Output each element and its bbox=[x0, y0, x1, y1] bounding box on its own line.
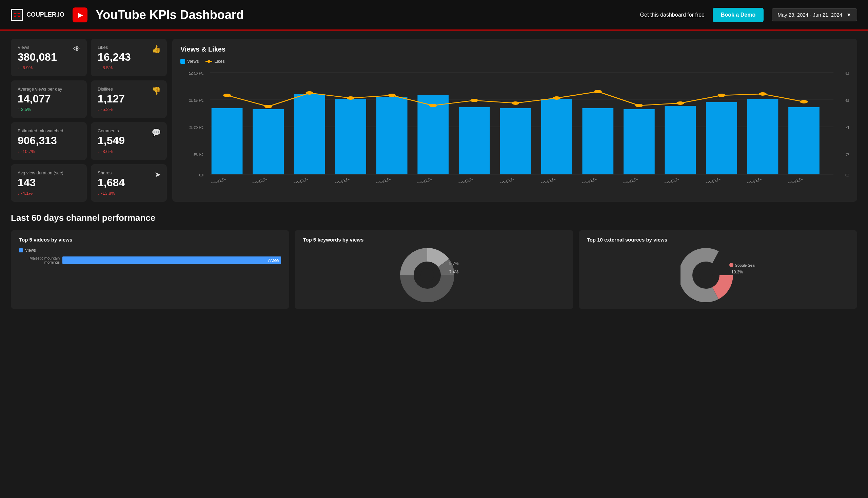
date-range-picker[interactable]: May 23, 2024 - Jun 21, 2024 ▼ bbox=[772, 8, 857, 21]
main-content: Views 380,081 ↓ -6.9% 👁 Likes 16,243 ↓ -… bbox=[0, 30, 868, 317]
svg-point-70 bbox=[699, 268, 713, 282]
kpi-change-views: ↓ -6.9% bbox=[18, 65, 80, 70]
bar-row-1: Majestic mountainmornings 77,555 bbox=[19, 256, 281, 264]
svg-text:Google Search: Google Search bbox=[735, 263, 755, 267]
svg-text:May 31, 2024: May 31, 2024 bbox=[351, 178, 393, 183]
header-right: Get this dashboard for free Book a Demo … bbox=[640, 8, 857, 22]
svg-text:Jun 4, 2024: Jun 4, 2024 bbox=[439, 178, 476, 183]
kpi-card-views: Views 380,081 ↓ -6.9% 👁 bbox=[11, 39, 87, 76]
date-range-label: May 23, 2024 - Jun 21, 2024 bbox=[777, 12, 842, 18]
kpi-value-shares: 1,684 bbox=[98, 177, 160, 188]
svg-point-65 bbox=[420, 268, 434, 282]
youtube-play-icon bbox=[72, 8, 88, 22]
svg-rect-20 bbox=[376, 97, 408, 174]
kpi-label-avg-duration: Avg view duration (sec) bbox=[18, 170, 80, 175]
top-keywords-card: Top 5 keywords by views 9.7% 7.4% bbox=[295, 230, 573, 309]
bar-label-1: Majestic mountainmornings bbox=[19, 256, 60, 264]
kpi-change-avg-views: ↑ 3.5% bbox=[18, 107, 80, 112]
svg-point-35 bbox=[388, 94, 396, 97]
svg-point-42 bbox=[677, 102, 684, 105]
svg-text:9.7%: 9.7% bbox=[449, 261, 459, 266]
svg-text:May 23, 2024: May 23, 2024 bbox=[186, 178, 228, 183]
svg-text:800: 800 bbox=[845, 71, 849, 75]
svg-point-33 bbox=[306, 91, 313, 95]
svg-point-37 bbox=[470, 99, 478, 102]
svg-text:Jun 12, 2024: Jun 12, 2024 bbox=[600, 178, 640, 183]
coupler-icon bbox=[11, 9, 23, 21]
svg-text:15K: 15K bbox=[188, 99, 204, 103]
kpi-icon-shares: ➤ bbox=[155, 170, 161, 179]
legend-likes: Likes bbox=[205, 59, 225, 64]
svg-rect-23 bbox=[500, 108, 531, 174]
svg-text:0: 0 bbox=[845, 173, 849, 177]
kpi-card-avg-views: Average views per day 14,077 ↑ 3.5% bbox=[11, 80, 87, 118]
svg-point-36 bbox=[429, 104, 437, 107]
kpi-change-dislikes: ↓ -5.2% bbox=[98, 107, 160, 112]
kpi-label-comments: Comments bbox=[98, 128, 160, 133]
top-keywords-pie: 9.7% 7.4% bbox=[303, 248, 565, 302]
svg-point-71 bbox=[729, 263, 733, 267]
views-likes-svg: 20K 15K 10K 5K 0 800 600 400 200 0 bbox=[181, 68, 849, 183]
legend-likes-dot bbox=[208, 60, 210, 63]
svg-point-34 bbox=[347, 96, 355, 100]
svg-point-32 bbox=[265, 105, 272, 108]
top-videos-title: Top 5 videos by views bbox=[19, 237, 281, 243]
legend-views: Views bbox=[181, 59, 199, 64]
svg-text:Jun 10, 2024: Jun 10, 2024 bbox=[559, 178, 599, 183]
chart-legend: Views Likes bbox=[181, 59, 849, 64]
svg-text:Jun 18, 2024: Jun 18, 2024 bbox=[724, 178, 764, 183]
views-likes-svg-container: 20K 15K 10K 5K 0 800 600 400 200 0 bbox=[181, 68, 849, 183]
svg-rect-22 bbox=[459, 107, 490, 174]
svg-rect-16 bbox=[212, 108, 243, 174]
svg-point-45 bbox=[800, 100, 808, 104]
kpi-card-dislikes: Dislikes 1,127 ↓ -5.2% 👎 bbox=[91, 80, 167, 118]
bar-fill-1: 77,555 bbox=[62, 257, 281, 264]
get-dashboard-link[interactable]: Get this dashboard for free bbox=[640, 12, 705, 18]
top-keywords-title: Top 5 keywords by views bbox=[303, 237, 565, 243]
page-title: YouTube KPIs Dashboard bbox=[96, 8, 244, 22]
svg-text:Jun 2, 2024: Jun 2, 2024 bbox=[397, 178, 434, 183]
kpi-change-comments: ↓ -3.6% bbox=[98, 149, 160, 154]
kpi-label-est-min: Estimated min watched bbox=[18, 128, 80, 133]
svg-text:5K: 5K bbox=[193, 153, 204, 157]
logo-area: COUPLER.IO bbox=[11, 9, 64, 21]
top-videos-card: Top 5 videos by views Views Majestic mou… bbox=[11, 230, 289, 309]
svg-point-44 bbox=[759, 92, 766, 96]
svg-rect-19 bbox=[335, 99, 366, 174]
section-title: Last 60 days channel performance bbox=[11, 213, 857, 223]
kpi-value-views: 380,081 bbox=[18, 51, 80, 63]
svg-rect-26 bbox=[624, 109, 655, 174]
bar-legend-box bbox=[19, 248, 23, 252]
svg-rect-28 bbox=[706, 102, 737, 174]
svg-rect-0 bbox=[12, 10, 22, 20]
svg-rect-18 bbox=[294, 94, 325, 174]
top-sources-card: Top 10 external sources by views Google … bbox=[579, 230, 857, 309]
svg-text:Jun 8, 2024: Jun 8, 2024 bbox=[521, 178, 558, 183]
book-demo-button[interactable]: Book a Demo bbox=[713, 8, 764, 22]
svg-text:Jun 16, 2024: Jun 16, 2024 bbox=[682, 178, 723, 183]
svg-rect-17 bbox=[253, 109, 284, 174]
svg-rect-25 bbox=[582, 108, 613, 174]
bar-legend: Views bbox=[19, 248, 281, 253]
kpi-change-shares: ↓ -13.8% bbox=[98, 191, 160, 196]
svg-rect-24 bbox=[541, 99, 572, 174]
kpi-value-avg-views: 14,077 bbox=[18, 93, 80, 105]
bar-value-1: 77,555 bbox=[268, 258, 279, 262]
kpi-card-comments: Comments 1,549 ↓ -3.6% 💬 bbox=[91, 122, 167, 160]
keywords-pie-svg: 9.7% 7.4% bbox=[400, 248, 468, 302]
svg-text:0: 0 bbox=[199, 173, 204, 177]
svg-text:7.4%: 7.4% bbox=[449, 270, 459, 274]
header: COUPLER.IO YouTube KPIs Dashboard Get th… bbox=[0, 0, 868, 30]
kpi-value-comments: 1,549 bbox=[98, 135, 160, 146]
bar-track-1: 77,555 bbox=[62, 257, 281, 264]
kpi-icon-comments: 💬 bbox=[151, 128, 161, 137]
svg-text:May 29, 2024: May 29, 2024 bbox=[310, 178, 351, 183]
svg-text:10K: 10K bbox=[188, 126, 204, 130]
kpi-icon-views: 👁 bbox=[73, 45, 81, 54]
bottom-row: Top 5 videos by views Views Majestic mou… bbox=[11, 230, 857, 309]
legend-likes-label: Likes bbox=[214, 59, 225, 64]
svg-rect-27 bbox=[665, 106, 696, 174]
svg-point-41 bbox=[635, 104, 643, 107]
legend-views-label: Views bbox=[187, 59, 199, 64]
kpi-change-likes: ↓ -8.5% bbox=[98, 65, 160, 70]
